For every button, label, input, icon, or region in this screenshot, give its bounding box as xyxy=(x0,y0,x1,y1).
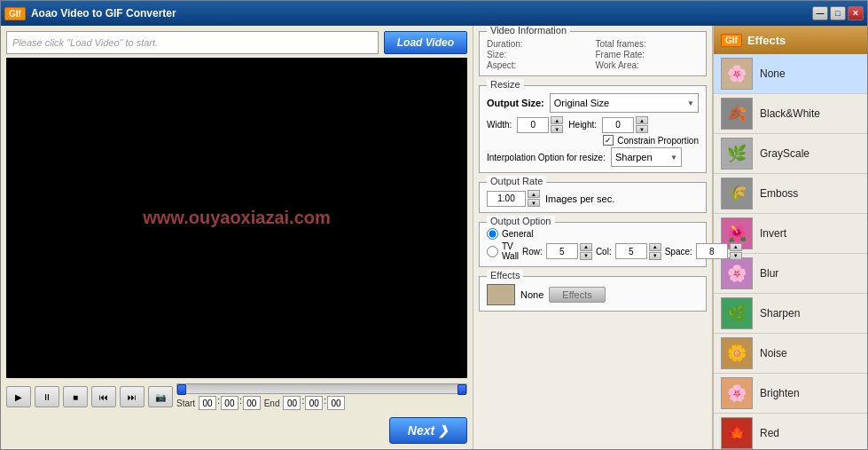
duration-label: Duration: xyxy=(487,39,590,49)
effects-button[interactable]: Effects xyxy=(549,287,605,303)
effect-icon: 🍁 xyxy=(721,417,753,449)
width-down[interactable]: ▼ xyxy=(551,125,563,133)
space-value[interactable]: 8 xyxy=(696,243,728,259)
col-down[interactable]: ▼ xyxy=(649,252,661,260)
effect-item[interactable]: 🌿Sharpen xyxy=(714,294,867,334)
end-minutes[interactable]: 00 xyxy=(305,396,323,410)
next-frame-icon: ⏭ xyxy=(128,392,137,402)
output-rate-group: Output Rate 1.00 ▲ ▼ Images per sec. xyxy=(479,182,707,213)
width-up[interactable]: ▲ xyxy=(551,116,563,124)
time-row: Start 00 : 00 : 00 End 00 : 00 xyxy=(176,396,467,410)
height-down[interactable]: ▼ xyxy=(636,125,648,133)
rate-down[interactable]: ▼ xyxy=(528,199,540,207)
play-button[interactable]: ▶ xyxy=(6,386,31,407)
row-value[interactable]: 5 xyxy=(546,243,578,259)
effect-item[interactable]: 🌿GrayScale xyxy=(714,134,867,174)
col-up[interactable]: ▲ xyxy=(649,243,661,251)
seek-thumb-start[interactable] xyxy=(177,384,186,395)
start-seconds[interactable]: 00 xyxy=(243,396,261,410)
effect-item[interactable]: 🌾Emboss xyxy=(714,174,867,214)
space-down[interactable]: ▼ xyxy=(730,252,742,260)
output-size-select[interactable]: Original Size ▼ xyxy=(550,93,699,113)
rate-spin[interactable]: 1.00 ▲ ▼ xyxy=(487,190,540,207)
end-hours[interactable]: 00 xyxy=(283,396,301,410)
space-up[interactable]: ▲ xyxy=(730,243,742,251)
effect-item[interactable]: 🌸Blur xyxy=(714,254,867,294)
prev-frame-button[interactable]: ⏮ xyxy=(91,386,116,407)
output-rate-title: Output Rate xyxy=(487,176,546,186)
effect-item[interactable]: 🌸Brighten xyxy=(714,374,867,414)
screenshot-button[interactable]: 📷 xyxy=(148,386,173,407)
effect-name: Black&White xyxy=(760,107,820,120)
size-label: Size: xyxy=(487,50,590,59)
next-button[interactable]: Next ❯ xyxy=(389,417,467,444)
space-spin[interactable]: 8 ▲ ▼ xyxy=(696,243,742,260)
height-spin[interactable]: 0 ▲ ▼ xyxy=(602,116,648,133)
effect-item[interactable]: 🌸None xyxy=(714,54,867,94)
left-panel: Please click "Load Video" to start. Load… xyxy=(1,26,473,449)
width-value[interactable]: 0 xyxy=(517,117,549,133)
close-button[interactable]: ✕ xyxy=(848,6,864,20)
pause-button[interactable]: ⏸ xyxy=(35,386,59,407)
row-up[interactable]: ▲ xyxy=(580,243,592,251)
load-video-button[interactable]: Load Video xyxy=(384,31,467,54)
next-frame-button[interactable]: ⏭ xyxy=(120,386,145,407)
gif-effects-header: GIf Effects xyxy=(714,26,867,54)
row-spin[interactable]: 5 ▲ ▼ xyxy=(546,243,592,260)
constrain-checkbox[interactable]: ✓ xyxy=(603,135,614,146)
title-bar-buttons: — □ ✕ xyxy=(812,6,864,20)
effect-icon: 🌸 xyxy=(721,257,753,289)
maximize-button[interactable]: □ xyxy=(830,6,846,20)
gif-effects-panel: GIf Effects 🌸None🍂Black&White🌿GrayScale🌾… xyxy=(712,26,867,449)
seek-thumb-end[interactable] xyxy=(457,384,466,395)
width-spin[interactable]: 0 ▲ ▼ xyxy=(517,116,563,133)
row-down[interactable]: ▼ xyxy=(580,252,592,260)
current-effect-label: None xyxy=(520,289,543,300)
stop-button[interactable]: ■ xyxy=(63,386,88,407)
effect-name: Brighten xyxy=(760,387,800,399)
start-label: Start xyxy=(176,399,195,408)
right-panel: Video Information Duration: Total frames… xyxy=(473,26,712,449)
load-row: Please click "Load Video" to start. Load… xyxy=(6,31,467,54)
gif-effects-badge: GIf xyxy=(721,34,742,47)
aspect-label: Aspect: xyxy=(487,60,590,70)
total-frames-label: Total frames: xyxy=(596,39,700,49)
start-hours[interactable]: 00 xyxy=(199,396,216,410)
output-option-group: Output Option General TV Wall Row: 5 ▲ ▼ xyxy=(479,222,707,267)
end-time-input[interactable]: 00 : 00 : 00 xyxy=(283,396,345,410)
output-size-arrow: ▼ xyxy=(687,99,694,107)
output-size-value: Original Size xyxy=(554,98,609,108)
col-value[interactable]: 5 xyxy=(615,243,647,259)
seek-bar[interactable] xyxy=(176,383,467,394)
effect-name: GrayScale xyxy=(760,147,809,160)
current-effect-thumb xyxy=(487,284,515,305)
height-up[interactable]: ▲ xyxy=(636,116,648,124)
effect-name: Invert xyxy=(760,227,786,240)
output-size-row: Output Size: Original Size ▼ xyxy=(487,93,699,113)
col-label: Col: xyxy=(596,247,612,257)
rate-up[interactable]: ▲ xyxy=(528,190,540,198)
minimize-button[interactable]: — xyxy=(812,6,828,20)
interp-select[interactable]: Sharpen ▼ xyxy=(611,147,682,167)
height-label: Height: xyxy=(568,120,597,130)
pause-icon: ⏸ xyxy=(43,392,51,402)
height-value[interactable]: 0 xyxy=(602,117,634,133)
effect-icon: 🌿 xyxy=(721,297,753,329)
start-time-input[interactable]: 00 : 00 : 00 xyxy=(199,396,261,410)
effect-item[interactable]: 🌼Noise xyxy=(714,334,867,374)
effect-icon: 🌸 xyxy=(721,58,753,90)
effect-item[interactable]: 🍂Black&White xyxy=(714,94,867,134)
gif-effects-title: Effects xyxy=(747,34,786,47)
general-radio-row: General xyxy=(487,228,699,240)
tv-wall-radio[interactable] xyxy=(487,246,498,257)
end-seconds[interactable]: 00 xyxy=(327,396,345,410)
effect-icon: 🌸 xyxy=(721,377,753,409)
rate-value[interactable]: 1.00 xyxy=(487,191,526,207)
col-spin[interactable]: 5 ▲ ▼ xyxy=(615,243,661,260)
start-minutes[interactable]: 00 xyxy=(221,396,239,410)
general-radio[interactable] xyxy=(487,228,498,240)
effects-row: None Effects xyxy=(487,284,699,305)
effect-item[interactable]: 🍁Red xyxy=(714,414,867,449)
app-title: Aoao Video to GIF Converter xyxy=(31,7,176,20)
stop-icon: ■ xyxy=(73,392,78,402)
